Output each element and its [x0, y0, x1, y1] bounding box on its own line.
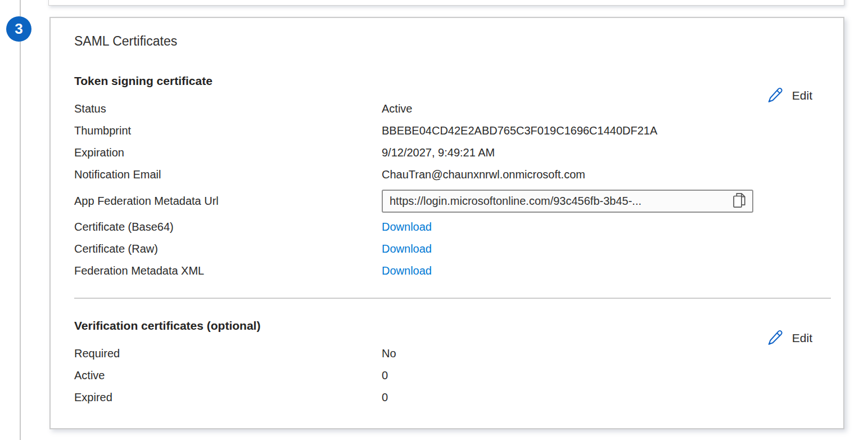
row-label: Certificate (Base64)	[74, 221, 382, 234]
row-label: Expired	[74, 391, 382, 404]
row-value: ChauTran@chaunxnrwl.onmicrosoft.com	[382, 168, 585, 181]
table-row: Status Active	[74, 98, 820, 120]
download-certificate-raw-link[interactable]: Download	[382, 243, 432, 255]
edit-token-signing-button[interactable]: Edit	[766, 87, 812, 105]
row-value: BBEBE04CD42E2ABD765C3F019C1696C1440DF21A	[382, 124, 657, 137]
download-certificate-base64-link[interactable]: Download	[382, 221, 432, 234]
previous-card-edge	[48, 0, 844, 6]
pencil-icon	[766, 329, 784, 347]
stepper-line	[20, 0, 21, 440]
copy-icon	[732, 192, 747, 210]
row-label: App Federation Metadata Url	[74, 195, 382, 208]
token-signing-heading: Token signing certificate	[74, 73, 820, 89]
table-row: Notification Email ChauTran@chaunxnrwl.o…	[74, 164, 820, 186]
saml-certificates-card: SAML Certificates Token signing certific…	[49, 17, 844, 429]
row-label: Federation Metadata XML	[74, 264, 382, 277]
table-row: Required No	[74, 343, 820, 365]
row-value: Active	[382, 102, 412, 115]
card-title: SAML Certificates	[74, 33, 820, 50]
edit-verification-certificates-button[interactable]: Edit	[766, 329, 812, 347]
row-label: Active	[74, 369, 382, 382]
row-value: 0	[382, 391, 388, 404]
row-label: Status	[74, 102, 382, 115]
table-row: App Federation Metadata Url https://logi…	[74, 186, 820, 216]
row-label: Expiration	[74, 146, 382, 159]
copy-button[interactable]	[732, 192, 747, 210]
verification-rows: Required No Active 0 Expired 0	[74, 343, 820, 408]
url-text: https://login.microsoftonline.com/93c456…	[390, 195, 726, 208]
app-federation-metadata-url-field[interactable]: https://login.microsoftonline.com/93c456…	[382, 190, 753, 213]
pencil-icon	[766, 87, 784, 105]
row-label: Certificate (Raw)	[74, 243, 382, 255]
table-row: Certificate (Base64) Download	[74, 216, 820, 238]
row-label: Notification Email	[74, 168, 382, 181]
table-row: Thumbprint BBEBE04CD42E2ABD765C3F019C169…	[74, 120, 820, 142]
step-3-badge: 3	[6, 16, 31, 42]
table-row: Expiration 9/12/2027, 9:49:21 AM	[74, 142, 820, 164]
edit-label: Edit	[792, 89, 812, 102]
row-value: 9/12/2027, 9:49:21 AM	[382, 146, 495, 159]
table-row: Active 0	[74, 365, 820, 387]
row-value: No	[382, 347, 396, 360]
edit-label: Edit	[792, 331, 812, 345]
row-label: Thumbprint	[74, 124, 382, 137]
token-signing-rows: Status Active Thumbprint BBEBE04CD42E2AB…	[74, 98, 820, 282]
verification-certificates-heading: Verification certificates (optional)	[74, 318, 820, 334]
row-label: Required	[74, 347, 382, 360]
section-divider	[74, 298, 831, 299]
row-value: 0	[382, 369, 388, 382]
download-federation-metadata-xml-link[interactable]: Download	[382, 264, 432, 277]
table-row: Federation Metadata XML Download	[74, 260, 820, 282]
table-row: Expired 0	[74, 387, 820, 408]
table-row: Certificate (Raw) Download	[74, 238, 820, 260]
